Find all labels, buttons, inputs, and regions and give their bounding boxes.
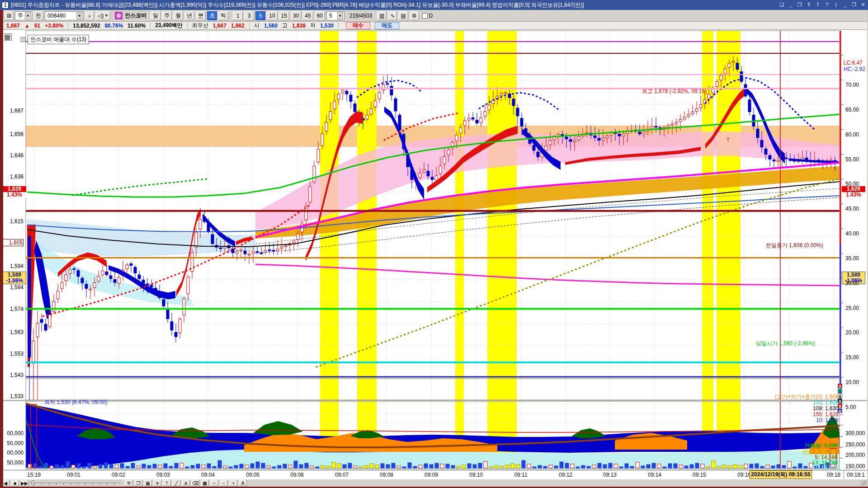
candle-body [378, 92, 381, 99]
text-icon[interactable]: T [815, 2, 821, 9]
candle-body [459, 127, 462, 133]
text-tool-icon[interactable]: A [239, 480, 247, 486]
stock-code-input[interactable]: 006490 [47, 13, 75, 19]
volume-bar [310, 466, 314, 468]
legend-toggle-button[interactable] [21, 37, 26, 42]
volume-bar [668, 464, 672, 468]
volume-bar [793, 467, 797, 468]
resize-grip [860, 480, 867, 486]
indicator-legend: 인스코비 매물대 수(13) [21, 35, 89, 44]
interval-button-10[interactable]: 10 [267, 11, 277, 20]
volume-bar [511, 464, 514, 468]
interval-button-5[interactable]: 5 [255, 11, 265, 20]
zoom-in-icon[interactable]: ＋ [229, 480, 237, 486]
multi-trend-icon[interactable]: ⋔ [182, 480, 190, 486]
candle-chart-icon[interactable]: ▥ [377, 11, 387, 20]
cascade-icon[interactable]: ❏ [778, 2, 785, 9]
candle-body [183, 299, 185, 315]
volume-bar [175, 463, 178, 468]
period-button-년[interactable]: 년 [184, 11, 194, 20]
duplicate-window-icon[interactable]: ❐ [134, 480, 142, 486]
volume-bar [478, 463, 482, 468]
period-button-월[interactable]: 월 [173, 11, 183, 20]
minimize-icon[interactable]: ＿ [842, 2, 848, 9]
chevron-down-icon[interactable]: ▼ [337, 12, 343, 19]
time-axis: 15:1909:0109:0209:0309:0409:0509:0609:07… [0, 470, 868, 479]
volume-bar [684, 466, 688, 468]
chart-window-button[interactable]: ⊞ [5, 11, 14, 20]
period-button-초[interactable]: 초 [207, 11, 217, 20]
price-cell: 최우선 [192, 22, 208, 29]
speaker-icon: ◁) [98, 13, 104, 19]
marquee-icon[interactable]: ▦ [144, 480, 152, 486]
price-cell: 1,530 [320, 23, 334, 29]
candle-body [130, 264, 132, 266]
volume-bar [739, 465, 742, 468]
magnifier-icon[interactable]: ⌕ [210, 480, 218, 486]
buy-button[interactable]: 매수 [346, 22, 370, 29]
volume-bar [733, 465, 737, 468]
candle-body [504, 93, 507, 94]
candle-body [101, 271, 104, 275]
volume-indicator-canvas[interactable] [0, 400, 868, 470]
prev-stock-button[interactable]: 전 [33, 11, 43, 20]
period-button-분[interactable]: 분 [196, 11, 206, 20]
volume-bar [424, 464, 428, 468]
count-combo[interactable]: 5▼ [326, 11, 344, 20]
sound-alert-button[interactable]: ◁)▼ [95, 11, 110, 20]
candle-body [260, 253, 263, 253]
restore-icon[interactable]: ❐ [851, 2, 857, 9]
candle-body [500, 94, 503, 95]
axis-corner-divider [844, 470, 844, 479]
baseline-icon[interactable]: ⊤ [163, 480, 171, 486]
interval-button-1[interactable]: 1 [233, 11, 243, 20]
settings-gear-icon[interactable]: ⚙ [410, 11, 419, 20]
fast-forward-button[interactable]: ▶▶ [20, 480, 28, 486]
period-button-일[interactable]: 일 [151, 11, 160, 20]
interval-button-60[interactable]: 60 [315, 11, 325, 20]
copy-window-icon[interactable]: ⧉ [125, 480, 133, 486]
interval-button-15[interactable]: 15 [279, 11, 289, 20]
pin-icon[interactable]: Ŧ [806, 2, 812, 9]
divider: | [833, 2, 839, 9]
candle-body [394, 99, 397, 111]
candle-body [569, 140, 572, 141]
minimize-group-icon[interactable]: ＿ [788, 2, 794, 9]
stop-button[interactable]: ■ [11, 480, 19, 486]
auto-refresh-checkbox[interactable] [422, 13, 428, 19]
interval-button-45[interactable]: 45 [302, 11, 313, 20]
help-icon[interactable]: ? [824, 2, 830, 9]
candle-body [476, 120, 478, 123]
chevron-down-icon[interactable]: ▼ [76, 12, 82, 19]
save-icon[interactable]: ▤ [398, 11, 408, 20]
sell-button[interactable]: 매도 [375, 22, 399, 29]
period-button-주[interactable]: 주 [162, 11, 172, 20]
slider-tick [99, 483, 100, 485]
volume-bar [316, 467, 319, 468]
volume-bar [500, 466, 504, 468]
chevron-down-icon[interactable]: ▼ [25, 12, 31, 19]
interval-button-3[interactable]: 3 [244, 11, 254, 20]
trendline-icon[interactable]: ╱ [172, 480, 180, 486]
main-chart-canvas[interactable] [0, 30, 868, 400]
close-icon[interactable]: ✕ [860, 2, 866, 9]
pattern-icon[interactable]: ▩ [201, 480, 209, 486]
volume-bar [71, 465, 75, 468]
slider-handle[interactable] [32, 480, 34, 485]
legend-label[interactable]: 인스코비 매물대 수(13) [28, 35, 89, 44]
crosshair-icon[interactable]: ✛ [153, 480, 161, 486]
left-margin-mini-icon[interactable]: ▤ [5, 33, 13, 42]
volume-bar [370, 464, 373, 468]
zoom-out-icon[interactable]: − [220, 480, 228, 486]
interval-button-30[interactable]: 30 [291, 11, 301, 20]
asset-type-combo[interactable]: 주▼ [15, 11, 32, 20]
search-icon[interactable]: ⌕ [85, 11, 94, 20]
duplicate-icon[interactable]: ❐ [797, 2, 803, 9]
stock-code-combo[interactable]: 006490▼ [45, 11, 84, 20]
period-button-틱[interactable]: 틱 [218, 11, 228, 20]
eraser-icon[interactable]: ⌫ [191, 480, 199, 486]
scroll-slider[interactable] [30, 480, 120, 486]
candle-body [57, 291, 59, 299]
line-chart-icon[interactable]: ∿ [388, 11, 397, 20]
volume-bar [690, 465, 693, 468]
